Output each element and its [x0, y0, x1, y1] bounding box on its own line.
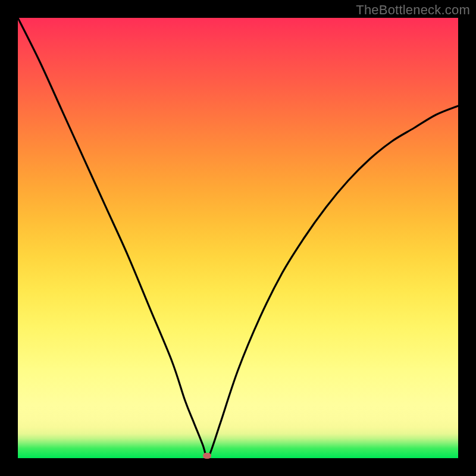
bottleneck-curve: [18, 18, 458, 458]
minimum-marker: [203, 453, 211, 459]
plot-area: [18, 18, 458, 458]
chart-frame: TheBottleneck.com: [0, 0, 476, 476]
curve-svg: [18, 18, 458, 458]
watermark-text: TheBottleneck.com: [356, 2, 470, 18]
